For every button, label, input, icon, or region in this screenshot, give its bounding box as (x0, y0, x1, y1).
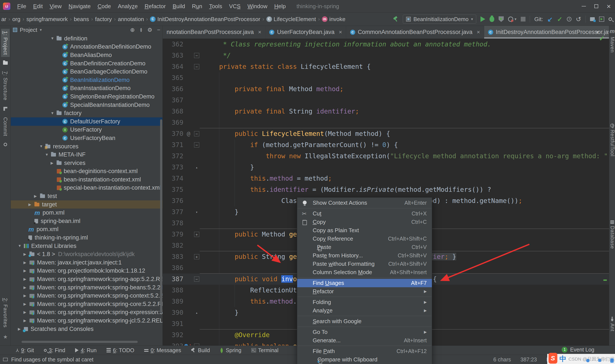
fold-marker[interactable]: − (194, 131, 199, 136)
tree-expand-arrow[interactable]: ▶ (28, 202, 34, 207)
fold-marker[interactable]: − (194, 344, 199, 346)
menu-item-file-path[interactable]: File PathCtrl+Alt+F12 (297, 347, 432, 355)
tree-item-test[interactable]: ▶test (11, 192, 162, 200)
star-icon[interactable]: ★ (0, 334, 11, 340)
tab-list-chevron-icon[interactable]: ▾ (596, 29, 599, 36)
tree-expand-arrow[interactable]: ▼ (51, 111, 57, 116)
profiler-button[interactable] (508, 16, 513, 22)
menu-refactor[interactable]: Refactor (141, 0, 169, 13)
tool-window-button-terminal[interactable]: >_Terminal (251, 347, 279, 353)
stop-button[interactable] (521, 17, 525, 22)
status-widget[interactable]: 387:23 (521, 356, 537, 363)
tree-item-meta-inf[interactable]: ▼META-INF (11, 151, 162, 159)
menu-analyze[interactable]: Analyze (114, 0, 141, 13)
editor-tab-commonannotationbeanpostprocessor-java[interactable]: CCommonAnnotationBeanPostProcessor.java× (346, 26, 484, 39)
grid-icon[interactable] (3, 107, 7, 111)
tree-expand-arrow[interactable]: ▶ (34, 194, 40, 198)
tree-item-maven-javax-inject-javax-inject-1[interactable]: ▶Maven: javax.inject:javax.inject:1 (11, 259, 162, 267)
build-hammer-icon[interactable] (393, 16, 399, 22)
tool-window-button-messages[interactable]: 0: Messages (144, 347, 181, 353)
commit-icon[interactable] (4, 143, 7, 146)
folder-icon[interactable] (3, 61, 8, 65)
tab-close-icon[interactable]: × (339, 29, 342, 36)
tool-button-restfultool[interactable]: RestfulTool (609, 124, 615, 156)
menu-run[interactable]: Run (188, 0, 206, 13)
breadcrumb-item-ar[interactable]: ar (1, 16, 6, 23)
tab-close-icon[interactable]: × (477, 29, 480, 36)
tree-item-annotationbeandefinitiondemo[interactable]: CAnnotationBeanDefinitionDemo (11, 43, 162, 51)
menu-item-copy[interactable]: CopyCtrl+C (297, 218, 432, 226)
menu-item-cut[interactable]: ✂CutCtrl+X (297, 209, 432, 218)
tree-item-maven-org-projectlombok-lombok-1-18-12[interactable]: ▶Maven: org.projectlombok:lombok:1.18.12 (11, 267, 162, 275)
tree-item-maven-org-springframework-spring-jcl-5-2-2-release[interactable]: ▶Maven: org.springframework:spring-jcl:5… (11, 316, 162, 325)
fold-marker[interactable]: − (194, 64, 199, 69)
collapse-all-button[interactable]: ▲▼ (140, 27, 143, 32)
menu-item-copy-reference[interactable]: Copy ReferenceCtrl+Alt+Shift+C (297, 234, 432, 243)
tool-window-button-git[interactable]: Y9: Git (14, 347, 34, 353)
tree-expand-arrow[interactable]: ▶ (24, 302, 29, 306)
menu-item-copy-as-plain-text[interactable]: Copy as Plain Text (297, 226, 432, 234)
git-update-button[interactable]: ↙ (548, 15, 553, 23)
event-log-widget[interactable]: 1 Event Log (562, 347, 594, 353)
menu-item-column-selection-mode[interactable]: Column Selection ModeAlt+Shift+Insert (297, 268, 432, 276)
tree-expand-arrow[interactable]: ▶ (24, 293, 29, 298)
project-vertical-scrollbar[interactable] (160, 119, 162, 313)
breadcrumb-item-invoke[interactable]: minvoke (322, 16, 345, 23)
menu-vcs[interactable]: VCS (226, 0, 244, 13)
tool-window-button-run[interactable]: 4: Run (75, 347, 97, 353)
breadcrumb-item-lifecycleelement[interactable]: CLifecycleElement (267, 16, 316, 23)
editor-tab-nnotationbeanpostprocessor-java[interactable]: nnotationBeanPostProcessor.java× (163, 26, 265, 39)
settings-gear-icon[interactable]: ⚙ (147, 27, 152, 33)
menu-navigate[interactable]: Navigate (65, 0, 94, 13)
tree-expand-arrow[interactable]: ▶ (24, 269, 29, 273)
menu-item-compare-with-clipboard[interactable]: Compare with Clipboard (297, 355, 432, 364)
menu-item-search-with-google[interactable]: Search with Google (297, 317, 432, 325)
coverage-button[interactable] (499, 16, 504, 22)
menu-tools[interactable]: Tools (206, 0, 226, 13)
tree-item-scratches-and-consoles[interactable]: ▶Scratches and Consoles (11, 325, 162, 333)
fold-marker[interactable]: ▾ (194, 209, 199, 215)
tree-expand-arrow[interactable]: ▼ (51, 36, 57, 41)
tree-item-beanaliasdemo[interactable]: CBeanAliasDemo (11, 51, 162, 59)
tree-item-spring-bean-iml[interactable]: spring-bean.iml (11, 217, 162, 225)
tree-item-singletonbeanregistrationdemo[interactable]: CSingletonBeanRegistrationDemo (11, 92, 162, 101)
rollback-button[interactable]: ↺ (576, 15, 581, 23)
close-button[interactable]: × (602, 0, 615, 13)
tree-item-beandefinitioncreationdemo[interactable]: CBeanDefinitionCreationDemo (11, 59, 162, 68)
tree-item-special-bean-instantiation-context-xml[interactable]: special-bean-instantiation-context.xml (11, 184, 162, 192)
tree-item-specialbeaninstantiationdemo[interactable]: CSpecialBeanInstantiationDemo (11, 101, 162, 109)
fold-marker[interactable]: + (194, 232, 199, 237)
tree-expand-arrow[interactable]: ▼ (18, 244, 24, 248)
sidebar-item-2-favorites[interactable]: 2: Favorites (1, 296, 10, 330)
menu-code[interactable]: Code (94, 0, 114, 13)
breadcrumb-item-beans[interactable]: beans (74, 16, 89, 23)
fold-marker[interactable]: ▴ (194, 310, 199, 315)
locate-file-button[interactable]: ⊕ (130, 27, 135, 33)
tree-item-userfactory[interactable]: IUserFactory (11, 126, 162, 134)
tab-close-icon[interactable]: × (258, 29, 261, 36)
breadcrumb-item-annotation[interactable]: annotation (118, 16, 144, 23)
menu-item-refactor[interactable]: Refactor▶ (297, 287, 432, 296)
breadcrumb-item-springframework[interactable]: springframework (27, 16, 68, 23)
tree-item-defaultuserfactory[interactable]: CDefaultUserFactory (11, 117, 162, 126)
tool-button-maven[interactable]: mMaven (609, 28, 615, 53)
tool-window-button-find[interactable]: 3: Find (44, 347, 65, 353)
search-everywhere-button[interactable] (609, 17, 612, 21)
project-horizontal-scrollbar[interactable] (22, 341, 138, 343)
overrides-gutter-icon[interactable] (184, 344, 188, 346)
run-config-selector[interactable]: BeanInitializationDemo ▾ (403, 15, 476, 24)
tree-item-factory[interactable]: ▼factory (11, 109, 162, 117)
tree-expand-arrow[interactable]: ▼ (45, 153, 51, 157)
menu-file[interactable]: File (14, 0, 30, 13)
tree-expand-arrow[interactable]: ▶ (51, 161, 57, 165)
breadcrumb-item-factory[interactable]: factory (95, 16, 112, 23)
fold-marker[interactable]: − (194, 276, 199, 282)
tool-window-button-build[interactable]: Build (191, 347, 210, 353)
tool-button-database[interactable]: Database (609, 220, 615, 249)
menu-item-paste-without-formatting[interactable]: Paste without FormattingCtrl+Alt+Shift+V (297, 260, 432, 268)
tree-item-beaninstantiationdemo[interactable]: CBeanInstantiationDemo (11, 84, 162, 93)
minimize-button[interactable] (577, 0, 590, 13)
tree-item-beaninitializationdemo[interactable]: CBeanInitializationDemo (11, 76, 162, 84)
tree-item-bean-deginitions-context-xml[interactable]: bean-deginitions-context.xml (11, 167, 162, 176)
hide-panel-button[interactable]: − (157, 27, 160, 33)
